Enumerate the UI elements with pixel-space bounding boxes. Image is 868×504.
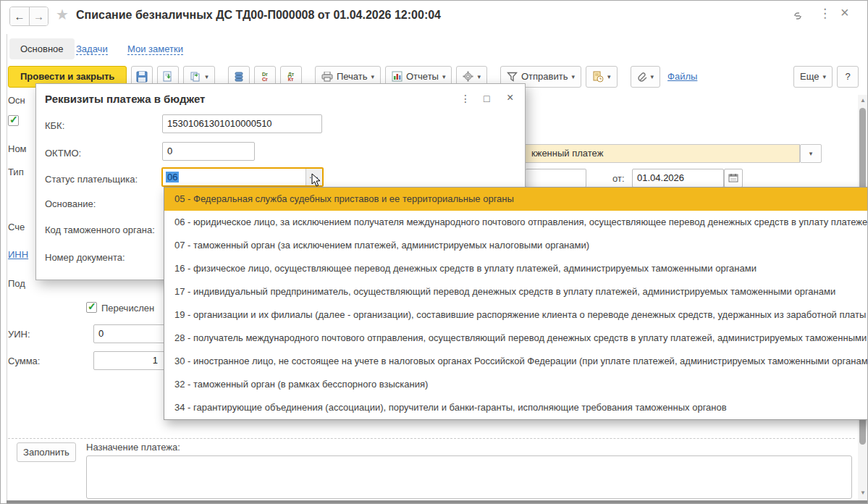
payment-type-dropdown-button[interactable]: ▾ <box>800 144 822 163</box>
print-caret-icon: ▾ <box>371 73 374 80</box>
transferred-check-icon: ✓ <box>88 301 96 312</box>
help-button[interactable]: ? <box>837 66 859 88</box>
payment-purpose-textarea[interactable] <box>86 455 852 499</box>
bg-inn-link[interactable]: ИНН <box>8 249 35 260</box>
payer-status-selected-text: 06 <box>166 172 179 182</box>
transferred-label: Перечислен <box>101 303 154 314</box>
dropdown-item-30[interactable]: 30 - иностранное лицо, не состоящее на у… <box>164 350 868 373</box>
nav-history-group: ← → <box>9 7 49 26</box>
copy-caret-icon: ▾ <box>205 73 208 80</box>
horizontal-scrollbar[interactable] <box>7 500 868 504</box>
forward-icon: → <box>33 10 44 22</box>
more-caret-icon: ▾ <box>822 73 826 80</box>
doc-number-label: Номер документа: <box>45 252 125 263</box>
scroll-down-icon[interactable]: ▼ <box>860 490 866 496</box>
kbk-input[interactable]: 15301061301010000510 <box>162 114 322 133</box>
dropdown-item-17[interactable]: 17 - индивидуальный предприниматель, осу… <box>164 280 868 303</box>
bg-checkbox[interactable]: ✓ <box>8 115 19 126</box>
date-input[interactable]: 01.04.2026 <box>632 169 724 188</box>
page-title: Списание безналичных ДС ТД00-П000008 от … <box>76 9 441 22</box>
date-prefix-label: от: <box>612 173 625 184</box>
attachments-button[interactable]: ▾ <box>631 66 661 88</box>
dropdown-item-05[interactable]: 05 - Федеральная служба судебных пристав… <box>164 188 868 211</box>
forward-button[interactable]: → <box>29 7 48 25</box>
help-label: ? <box>845 71 850 82</box>
tab-main[interactable]: Основное <box>9 38 75 59</box>
window-close-icon[interactable]: × <box>840 7 849 18</box>
amount-value: 1 <box>94 352 158 369</box>
send-funnel-icon <box>507 72 518 82</box>
post-document-icon <box>162 71 174 83</box>
back-button[interactable]: ← <box>10 7 29 25</box>
payment-type-combobox[interactable]: кженный платеж <box>526 144 800 163</box>
more-button[interactable]: Еще ▾ <box>793 66 833 88</box>
more-label: Еще <box>800 71 819 82</box>
transferred-checkbox[interactable]: ✓ <box>86 302 97 313</box>
files-link[interactable]: Файлы <box>665 71 700 82</box>
scroll-up-icon[interactable]: ▲ <box>860 97 866 104</box>
payment-purpose-label: Назначение платежа: <box>86 442 180 453</box>
kbk-label: КБК: <box>45 120 64 131</box>
calendar-icon <box>728 173 738 182</box>
settings-caret-icon: ▾ <box>477 73 481 80</box>
dialog-menu-kebab-icon[interactable]: ⋮ <box>460 93 471 104</box>
dtkt-icon: ДтКт <box>288 72 294 82</box>
printer-icon <box>321 72 333 82</box>
tab-my-notes[interactable]: Мои заметки <box>127 43 183 55</box>
save-icon <box>136 71 148 83</box>
form-left-border <box>7 34 7 501</box>
uin-label: УИН: <box>8 329 30 340</box>
dropdown-item-34[interactable]: 34 - гарантирующие объединения (ассоциац… <box>164 396 868 419</box>
dialog-title: Реквизиты платежа в бюджет <box>45 93 205 105</box>
favorite-star-icon[interactable]: ★ <box>56 6 69 23</box>
bg-label-fragment-osn: Осн <box>8 95 35 106</box>
oktmo-input[interactable]: 0 <box>162 142 255 161</box>
payer-status-label: Статус плательщика: <box>45 174 138 185</box>
bg-label-fragment-nom: Ном <box>8 143 35 154</box>
dialog-maximize-icon[interactable]: □ <box>484 93 489 104</box>
dialog-close-icon[interactable]: × <box>507 91 513 104</box>
dropdown-item-16[interactable]: 16 - физическое лицо, осуществляющее пер… <box>164 257 868 280</box>
paperclip-icon <box>637 71 647 82</box>
oktmo-label: ОКТМО: <box>45 148 81 159</box>
date-picker-button[interactable] <box>724 169 743 188</box>
dropdown-item-19[interactable]: 19 - организации и их филиалы (далее - о… <box>164 303 868 327</box>
schedule-document-button[interactable]: ▾ <box>586 66 618 88</box>
schedule-caret-icon: ▾ <box>607 73 611 80</box>
document-clock-icon <box>592 71 604 83</box>
app-window: ← → ★ Списание безналичных ДС ТД00-П0000… <box>0 0 868 504</box>
drcr-icon: DrCr <box>262 72 268 82</box>
structure-icon <box>234 71 244 83</box>
window-menu-kebab-icon[interactable]: ⋮ <box>819 8 831 20</box>
fill-button[interactable]: Заполнить <box>17 442 76 462</box>
amount-label: Сумма: <box>8 356 40 366</box>
print-label: Печать <box>337 71 368 82</box>
section-separator <box>8 438 855 439</box>
get-link-icon[interactable] <box>791 11 804 21</box>
mouse-cursor <box>311 173 321 188</box>
payer-status-input[interactable]: 06 <box>163 169 306 185</box>
reports-caret-icon: ▾ <box>442 73 446 80</box>
basis-label: Основание: <box>45 198 96 209</box>
customs-code-label: Код таможенного органа: <box>45 224 155 235</box>
bg-label-fragment-tip: Тип <box>8 167 35 177</box>
send-label: Отправить <box>521 71 568 82</box>
report-chart-icon <box>392 71 403 82</box>
bg-checkbox-check-icon: ✓ <box>9 114 18 125</box>
bg-label-fragment-pod: Под <box>8 278 35 289</box>
dropdown-item-06[interactable]: 06 - юридическое лицо, за исключением по… <box>164 211 868 234</box>
dropdown-item-07[interactable]: 07 - таможенный орган (за исключением пл… <box>164 234 868 257</box>
back-icon: ← <box>14 10 25 22</box>
dropdown-item-32[interactable]: 32 - таможенный орган (в рамках бесспорн… <box>164 373 868 396</box>
combo-caret-icon: ▾ <box>809 150 813 157</box>
gear-icon <box>463 71 473 82</box>
reports-label: Отчеты <box>406 71 439 82</box>
payer-status-field[interactable]: 06 ... <box>161 167 324 187</box>
attachments-caret-icon: ▾ <box>651 73 654 80</box>
bg-number-input[interactable] <box>526 169 586 188</box>
tab-tasks[interactable]: Задачи <box>76 43 108 55</box>
payer-status-dropdown: 05 - Федеральная служба судебных пристав… <box>164 187 868 420</box>
copy-icon <box>190 71 201 83</box>
dropdown-item-28[interactable]: 28 - получатель международного почтового… <box>164 327 868 350</box>
send-caret-icon: ▾ <box>571 73 575 80</box>
